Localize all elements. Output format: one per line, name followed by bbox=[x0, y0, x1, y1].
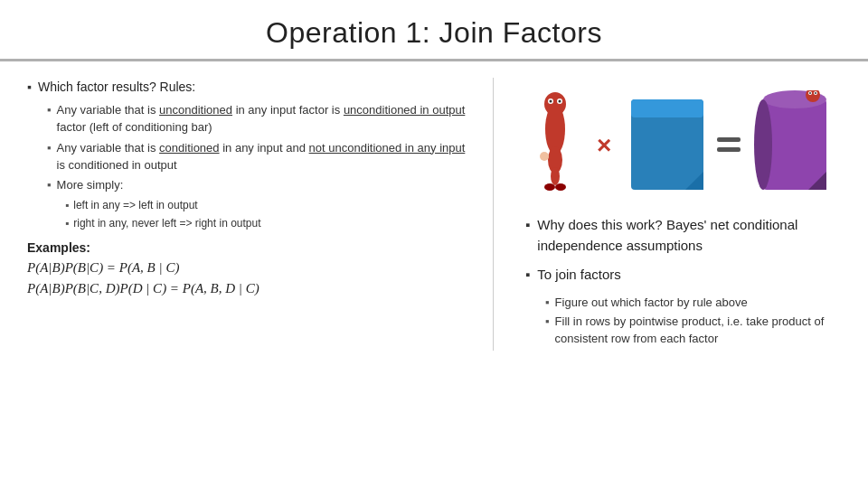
sub-bullet-1-text: left in any => left in output bbox=[73, 198, 197, 213]
right-sub-bullet-1: ▪ Figure out which factor by rule above bbox=[545, 295, 841, 312]
rule-2-text: Any variable that is conditioned in any … bbox=[57, 140, 470, 174]
bullet-marker-b2: ▪ bbox=[47, 141, 52, 155]
cartoon-worm bbox=[526, 86, 585, 203]
rule-1-text: Any variable that is unconditioned in an… bbox=[57, 102, 470, 136]
multiply-icon: × bbox=[592, 127, 619, 163]
right-bullet-1: ▪ Why does this work? Bayes' net conditi… bbox=[525, 215, 841, 256]
sub-bullet-2-text: right in any, never left => right in out… bbox=[73, 216, 260, 231]
svg-point-23 bbox=[809, 92, 811, 94]
svg-point-9 bbox=[555, 183, 566, 191]
left-column: ▪ Which factor results? Rules: ▪ Any var… bbox=[27, 78, 470, 351]
formula-2: P(A|B)P(B|C, D)P(D | C) = P(A, B, D | C) bbox=[27, 281, 470, 296]
which-factor-text: Which factor results? Rules: bbox=[38, 78, 195, 97]
right-sub-marker-2: ▪ bbox=[545, 314, 550, 328]
cartoon-blue-page bbox=[627, 90, 708, 199]
bullet-marker-b3: ▪ bbox=[47, 178, 52, 192]
svg-point-10 bbox=[540, 152, 549, 161]
right-bullet-2: ▪ To join factors bbox=[525, 265, 841, 286]
bullet-marker-b1: ▪ bbox=[47, 103, 52, 117]
which-factor-heading: ▪ Which factor results? Rules: bbox=[27, 78, 470, 97]
svg-point-7 bbox=[551, 167, 560, 185]
right-bullet-2-text: To join factors bbox=[537, 265, 621, 286]
bullet-marker-l1: ▪ bbox=[27, 80, 32, 94]
svg-rect-17 bbox=[763, 99, 826, 190]
rule-bullet-2: ▪ Any variable that is conditioned in an… bbox=[47, 140, 470, 174]
vertical-divider bbox=[493, 78, 494, 351]
sub-bullet-left: ▪ left in any => left in output bbox=[65, 198, 470, 213]
sub-bullet-right: ▪ right in any, never left => right in o… bbox=[65, 216, 470, 231]
right-sub-marker-1: ▪ bbox=[545, 296, 550, 309]
right-sub-bullet-2: ▪ Fill in rows by pointwise product, i.e… bbox=[545, 314, 841, 348]
svg-rect-15 bbox=[717, 137, 741, 142]
page-title: Operation 1: Join Factors bbox=[266, 16, 602, 49]
svg-text:×: × bbox=[597, 131, 611, 159]
formula-1: P(A|B)P(B|C) = P(A, B | C) bbox=[27, 260, 470, 276]
rule-bullet-3: ▪ More simply: bbox=[47, 177, 470, 194]
rule-bullet-1: ▪ Any variable that is unconditioned in … bbox=[47, 102, 470, 136]
rule-3-text: More simply: bbox=[57, 177, 124, 194]
svg-point-3 bbox=[550, 100, 552, 103]
sub-bullet-marker-2: ▪ bbox=[65, 217, 69, 230]
right-bullet-marker-1: ▪ bbox=[525, 217, 530, 232]
right-bullet-1-text: Why does this work? Bayes' net condition… bbox=[537, 215, 841, 256]
examples-label: Examples: bbox=[27, 240, 470, 255]
sub-bullet-marker-1: ▪ bbox=[65, 199, 69, 211]
equals-icon bbox=[715, 127, 742, 163]
right-bullet-marker-2: ▪ bbox=[525, 267, 530, 282]
cartoon-purple-page bbox=[750, 90, 840, 199]
illustration-area: × bbox=[525, 81, 841, 208]
examples-section: Examples: P(A|B)P(B|C) = P(A, B | C) P(A… bbox=[27, 240, 470, 296]
title-bar: Operation 1: Join Factors bbox=[0, 0, 868, 61]
right-column: × bbox=[516, 78, 841, 351]
svg-rect-13 bbox=[631, 99, 703, 117]
svg-point-19 bbox=[754, 99, 772, 190]
right-sub-1-text: Figure out which factor by rule above bbox=[555, 295, 748, 312]
right-sub-2-text: Fill in rows by pointwise product, i.e. … bbox=[555, 314, 841, 348]
svg-point-8 bbox=[544, 183, 555, 191]
svg-rect-16 bbox=[717, 147, 741, 152]
svg-point-24 bbox=[815, 92, 816, 94]
svg-point-4 bbox=[559, 100, 561, 103]
